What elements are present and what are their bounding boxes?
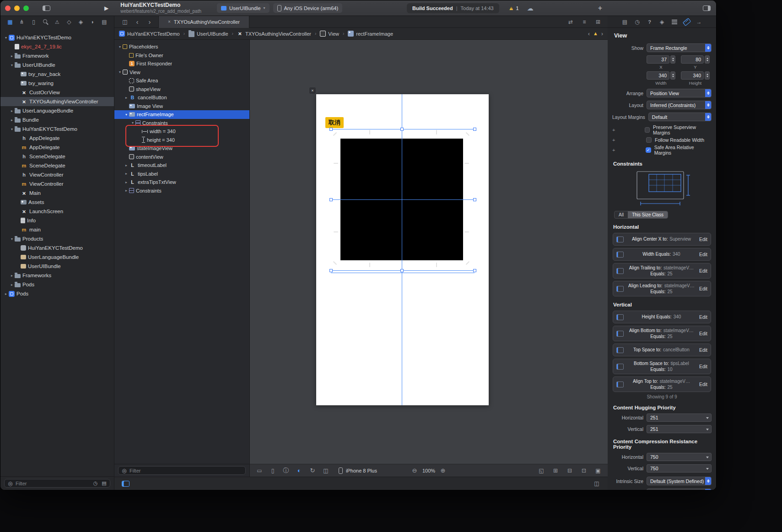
priority-field-vertical[interactable]: 251 <box>647 425 712 433</box>
edit-constraint-button[interactable]: Edit <box>699 314 707 320</box>
edit-constraint-button[interactable]: Edit <box>699 382 707 387</box>
layout-margins-popup[interactable]: Default <box>648 113 712 121</box>
navigator-item-viewcontroller[interactable]: ViewController <box>0 179 114 188</box>
attributes-inspector-icon[interactable] <box>670 18 679 26</box>
disclosure-down-icon[interactable]: ▾ <box>124 113 129 117</box>
selection-handle[interactable] <box>329 128 333 131</box>
outline-item-constraints[interactable]: ▸Constraints <box>114 187 249 195</box>
identity-inspector-icon[interactable] <box>658 18 666 26</box>
constraint-row-align-top-to-stateimagev[interactable]: Align Top to:stateImageV…Equals:25Edit <box>613 376 711 392</box>
resolve-layout-icon[interactable] <box>594 467 602 475</box>
cancel-button-preview[interactable]: 取消 <box>325 117 344 128</box>
outline-item-file-s-owner[interactable]: File's Owner <box>114 51 249 60</box>
reports-icon[interactable] <box>100 18 108 26</box>
warning-count-badge[interactable]: ▲! 1 <box>508 5 519 11</box>
navigator-item-huiyanekyctestdemo[interactable]: HuiYanEKYCTestDemo <box>0 243 114 253</box>
breadcrumb-rectframeimage[interactable]: rectFrameImage <box>348 31 393 37</box>
recents-icon[interactable] <box>92 480 98 486</box>
minimize-window-button[interactable] <box>14 5 20 11</box>
edit-constraint-button[interactable]: Edit <box>699 252 707 257</box>
update-frames-icon[interactable] <box>537 467 545 475</box>
outline-item-contentview[interactable]: contentView <box>114 153 249 161</box>
edit-constraint-button[interactable]: Edit <box>699 286 707 291</box>
priority-field-vertical[interactable]: 750 <box>647 464 712 473</box>
segment-all[interactable]: All <box>615 211 628 218</box>
navigator-item-txy-nav-back[interactable]: txy_nav_back <box>0 70 114 79</box>
quick-help-icon[interactable] <box>646 18 654 26</box>
canvas-stage[interactable]: × 取消 <box>250 40 608 464</box>
outline-item-height-340[interactable]: height = 340 <box>114 136 249 145</box>
debug-icon[interactable] <box>77 18 85 26</box>
selection-handle[interactable] <box>400 128 404 131</box>
library-button[interactable]: + <box>598 4 602 12</box>
outline-item-placeholders[interactable]: ▾Placeholders <box>114 43 249 51</box>
constraint-row-align-trailing-to-stateimagev[interactable]: Align Trailing to:stateImageV…Equals:25E… <box>613 263 711 279</box>
nav-back-icon[interactable] <box>133 18 141 26</box>
breadcrumb-txyosauthingviewcontroller[interactable]: TXYOsAuthingViewController <box>237 31 311 37</box>
add-constraints-icon[interactable] <box>580 467 588 475</box>
disclosure-right-icon[interactable]: ▸ <box>124 96 129 100</box>
size-inspector-icon[interactable] <box>683 18 691 26</box>
outline-item-view[interactable]: ▾View <box>114 68 249 77</box>
disclosure-right-icon[interactable]: ▸ <box>124 188 129 193</box>
navigator-item-huiyanekyctestdemo[interactable]: ▾HuiYanEKYCTestDemo <box>0 33 114 42</box>
editor-tab[interactable]: × TXYOsAuthingViewController <box>158 16 249 28</box>
outline-item-extratipstxtview[interactable]: ▸extraTipsTxtView <box>114 178 249 187</box>
y-stepper[interactable] <box>705 55 710 64</box>
disclosure-right-icon[interactable]: ▸ <box>9 54 15 58</box>
embed-stack-icon[interactable] <box>551 467 560 475</box>
scheme-selector[interactable]: UserUIBundle ▾ <box>217 3 270 13</box>
related-items-icon[interactable] <box>121 18 129 26</box>
tags-icon[interactable] <box>101 480 107 486</box>
constraint-row-height-equals-340[interactable]: Height Equals:340Edit <box>613 311 711 323</box>
destination-selector[interactable]: Any iOS Device (arm64) <box>273 3 343 13</box>
disclosure-down-icon[interactable]: ▾ <box>9 127 15 131</box>
split-preview-icon[interactable] <box>322 467 330 475</box>
navigator-item-appdelegate[interactable]: AppDelegate <box>0 134 114 143</box>
add-variation-button[interactable]: + <box>612 137 619 143</box>
adjust-editor-icon[interactable] <box>593 479 601 488</box>
disclosure-right-icon[interactable]: ▸ <box>9 109 15 113</box>
color-scheme-icon[interactable] <box>295 467 303 475</box>
selection-handle[interactable] <box>329 269 333 272</box>
outline-item-width-340[interactable]: width = 340 <box>114 127 249 136</box>
view-controller-scene[interactable]: 取消 <box>316 94 489 405</box>
warning-icon[interactable]: ▲ <box>593 31 598 36</box>
selection-handle[interactable] <box>400 269 404 272</box>
navigator-item-txy-waring[interactable]: txy_waring <box>0 79 114 88</box>
navigator-item-userlanguagebundle[interactable]: UserLanguageBundle <box>0 253 114 262</box>
y-field[interactable]: 80 <box>681 55 704 64</box>
source-control-icon[interactable] <box>18 18 26 26</box>
navigator-item-main[interactable]: Main <box>0 188 114 198</box>
zoom-in-icon[interactable] <box>439 467 447 475</box>
previous-issue-icon[interactable]: ‹ <box>588 31 590 37</box>
selection-handle[interactable] <box>473 269 476 272</box>
navigator-item-useruibundle[interactable]: ▾UserUIBundle <box>0 60 114 70</box>
close-window-button[interactable] <box>5 5 11 11</box>
intrinsic-size-popup[interactable]: Default (System Defined) <box>647 477 712 485</box>
device-variants-icon[interactable] <box>255 467 264 475</box>
selection-handle[interactable] <box>473 128 476 131</box>
activity-view[interactable]: Build Succeeded | Today at 14:43 <box>407 3 499 13</box>
selection-handle[interactable] <box>329 198 333 201</box>
layout-popup[interactable]: Inferred (Constraints) <box>647 101 712 109</box>
find-icon[interactable] <box>41 18 49 26</box>
navigator-item-frameworks[interactable]: ▸Frameworks <box>0 271 114 280</box>
breadcrumb-useruibundle[interactable]: UserUIBundle <box>189 30 228 37</box>
file-inspector-icon[interactable] <box>621 18 629 26</box>
zoom-out-icon[interactable] <box>410 467 419 475</box>
segment-this-size-class[interactable]: This Size Class <box>628 211 668 218</box>
navigator-item-main[interactable]: main <box>0 225 114 234</box>
height-stepper[interactable] <box>705 71 710 80</box>
fullscreen-window-button[interactable] <box>23 5 29 11</box>
zoom-level[interactable]: 100% <box>422 468 435 473</box>
selection-handle[interactable] <box>473 198 476 201</box>
navigator-filter-field[interactable]: Filter <box>4 479 110 488</box>
arrange-popup[interactable]: Position View <box>647 89 712 97</box>
breadcrumb-view[interactable]: View <box>320 31 339 37</box>
checkbox-follow-readable-width[interactable] <box>646 137 652 143</box>
nav-forward-icon[interactable] <box>146 18 154 26</box>
constraint-row-width-equals-340[interactable]: Width Equals:340Edit <box>613 248 711 261</box>
align-icon[interactable] <box>566 467 574 475</box>
priority-field-horizontal[interactable]: 750 <box>647 453 712 461</box>
